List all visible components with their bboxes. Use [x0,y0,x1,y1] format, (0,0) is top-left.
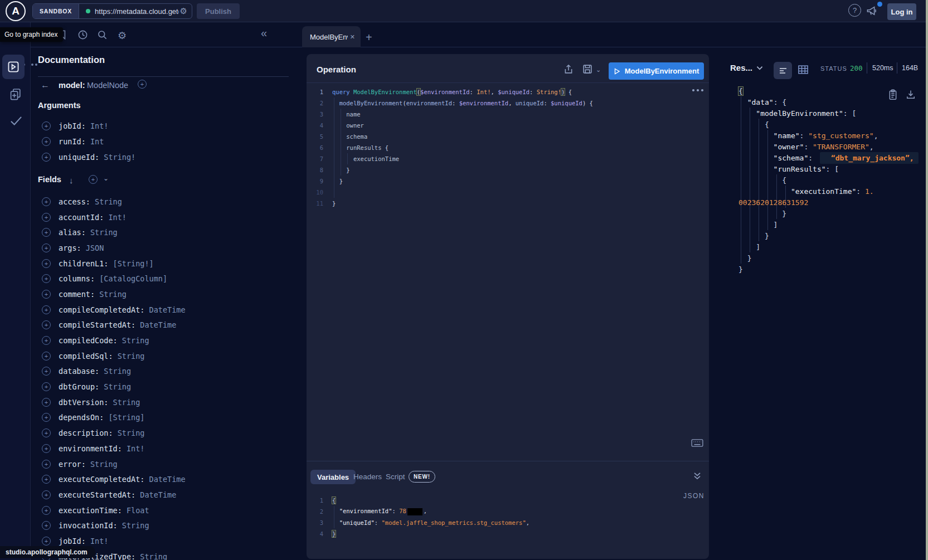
sidebar-item-explorer[interactable] [2,55,25,79]
save-dropdown-icon[interactable]: ⌄ [596,66,601,74]
field-type[interactable]: String [90,460,118,469]
variables-editor[interactable]: 1{2 "environmentId": 78,3 "uniqueId": "m… [307,495,697,539]
response-dropdown-icon[interactable] [755,64,764,72]
field-row[interactable]: +compileStartedAt: DateTime [31,318,295,333]
add-field-icon[interactable]: + [42,259,51,268]
field-type[interactable]: String [104,382,131,391]
add-field-icon[interactable]: + [42,121,51,130]
field-row[interactable]: +jobId: Int! [31,118,295,134]
code-line[interactable]: } [738,252,928,264]
add-field-icon[interactable]: + [42,320,51,329]
add-field-icon[interactable]: + [42,274,51,283]
field-row[interactable]: +args: JSON [31,240,295,256]
code-line[interactable]: 6 runResults { [307,142,697,153]
code-line[interactable]: 9 } [307,176,697,187]
field-type[interactable]: String [118,428,145,437]
code-line[interactable]: { [738,85,928,96]
tab-headers[interactable]: Headers [353,473,382,481]
history-icon[interactable] [77,30,88,40]
code-line[interactable]: "data": { [738,96,928,108]
field-row[interactable]: +dependsOn: [String] [31,410,295,426]
code-line[interactable]: { [738,174,928,186]
field-row[interactable]: +runId: Int [31,134,295,149]
search-icon[interactable] [97,30,108,40]
add-field-icon[interactable]: + [42,444,51,453]
code-line[interactable]: 1query ModelByEnvironment($environmentId… [307,86,697,98]
publish-button[interactable]: Publish [197,3,240,19]
endpoint-settings-icon[interactable]: ⚙ [180,6,187,16]
collapse-docs-icon[interactable]: « [261,27,267,40]
field-type[interactable]: String [104,367,131,376]
code-line[interactable]: 1{ [307,495,697,506]
field-type[interactable]: String [95,197,122,206]
field-type[interactable]: [String!] [113,259,154,268]
code-line[interactable]: { [738,119,928,130]
tree-view-toggle[interactable] [774,62,792,79]
add-type-icon[interactable]: + [138,80,147,89]
add-field-icon[interactable]: + [42,336,51,345]
endpoint-url-control[interactable]: SANDBOX https://metadata.cloud.getd ⚙ [32,3,192,19]
add-field-icon[interactable]: + [42,460,51,469]
code-line[interactable]: "name": "stg_customers", [738,130,928,141]
field-type[interactable]: Float [127,506,149,515]
add-field-icon[interactable]: + [42,305,51,314]
collapse-variables-icon[interactable] [692,471,702,481]
settings-icon[interactable]: ⚙ [118,30,127,42]
field-type[interactable]: DateTime [149,475,186,484]
field-type[interactable]: String! [104,153,135,162]
field-row[interactable]: +dbtGroup: String [31,379,295,395]
field-row[interactable]: +childrenL1: [String!] [31,256,295,271]
code-line[interactable]: } [738,264,928,275]
keyboard-shortcuts-icon[interactable] [691,439,703,447]
table-view-toggle[interactable] [798,65,809,75]
sort-fields-icon[interactable]: ↓ [69,176,74,185]
field-row[interactable]: +error: String [31,456,295,472]
code-line[interactable]: 2 modelByEnvironment(environmentId: $env… [307,98,697,109]
add-field-icon[interactable]: + [42,228,51,237]
field-row[interactable]: +environmentId: Int! [31,441,295,456]
field-type[interactable]: String [113,398,140,407]
field-type[interactable]: Int! [90,537,109,546]
field-row[interactable]: +compileCompletedAt: DateTime [31,302,295,318]
login-button[interactable]: Log in [887,3,916,20]
code-line[interactable]: "schema": “dbt_mary_jackson”, [738,152,928,163]
field-type[interactable]: JSON [86,244,104,252]
code-line[interactable]: } [738,230,928,241]
tab-script[interactable]: Script [386,473,405,481]
apollo-logo[interactable]: A [6,1,26,21]
run-button[interactable]: ModelByEnvironment [609,62,704,80]
code-line[interactable]: 4} [307,528,697,539]
new-tab-button[interactable]: + [366,31,372,44]
field-type[interactable]: DateTime [140,320,176,329]
field-row[interactable]: +compiledCode: String [31,333,295,348]
add-field-icon[interactable]: + [42,413,51,422]
code-line[interactable]: 2 "environmentId": 78, [307,506,697,517]
add-field-icon[interactable]: + [42,244,51,252]
save-icon[interactable] [582,64,593,75]
add-field-icon[interactable]: + [42,137,51,146]
add-field-icon[interactable]: + [42,506,51,515]
field-row[interactable]: +columns: [CatalogColumn] [31,271,295,286]
add-field-icon[interactable]: + [42,428,51,437]
code-line[interactable]: 0023620128631592 [738,197,928,208]
announcements-icon[interactable] [866,5,878,17]
field-row[interactable]: +dbtVersion: String [31,395,295,410]
add-field-icon[interactable]: + [42,367,51,376]
field-row[interactable]: +description: String [31,425,295,441]
code-line[interactable]: 3 name [307,109,697,120]
field-row[interactable]: +executeCompletedAt: DateTime [31,471,295,487]
add-field-icon[interactable]: + [42,537,51,546]
field-row[interactable]: +alias: String [31,225,295,240]
field-row[interactable]: +accountId: Int! [31,210,295,225]
code-line[interactable]: 10 [307,187,697,198]
add-field-icon[interactable]: + [42,290,51,299]
add-field-icon[interactable]: + [42,490,51,499]
field-row[interactable]: +database: String [31,364,295,379]
query-editor[interactable]: 1query ModelByEnvironment($environmentId… [307,86,697,209]
add-field-icon[interactable]: + [42,475,51,484]
field-type[interactable]: String [118,352,145,361]
field-row[interactable]: +executeStartedAt: DateTime [31,487,295,503]
doc-type-value[interactable]: ModelNode [87,81,128,90]
sidebar-item-checklist[interactable] [9,115,23,127]
code-line[interactable]: ] [738,241,928,252]
